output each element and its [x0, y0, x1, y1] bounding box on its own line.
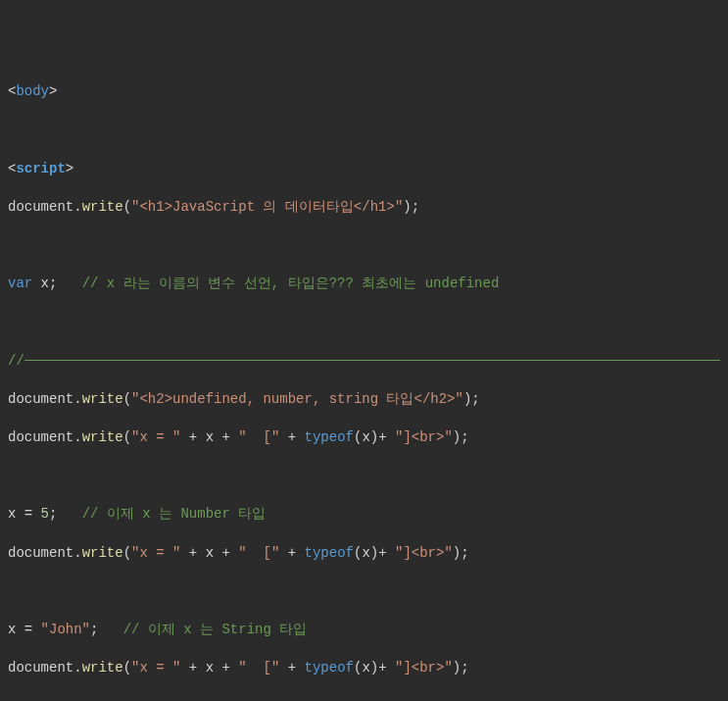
- code-line-8-divider[interactable]: //: [8, 352, 720, 372]
- code-line-13[interactable]: document.write("x = " + x + " [" + typeo…: [8, 544, 720, 564]
- ident-document: document: [8, 429, 73, 445]
- tag-body: body: [16, 83, 49, 99]
- method-write: write: [82, 199, 123, 215]
- string-bracket-close: "]<br>": [395, 429, 453, 445]
- op-plus: +: [180, 429, 205, 445]
- string-h2: "<h2>undefined, number, string 타입</h2>": [131, 391, 463, 407]
- code-line-9[interactable]: document.write("<h2>undefined, number, s…: [8, 390, 720, 410]
- op-plus: +: [279, 545, 304, 561]
- ident-document: document: [8, 660, 73, 676]
- code-line-11[interactable]: [8, 467, 720, 486]
- code-line-14[interactable]: [8, 582, 720, 602]
- ident-x: x: [206, 660, 214, 676]
- code-line-10[interactable]: document.write("x = " + x + " [" + typeo…: [8, 428, 720, 448]
- op-plus: +: [279, 429, 304, 445]
- ident-x: x: [206, 545, 214, 561]
- keyword-typeof: typeof: [305, 429, 354, 445]
- string-bracket-open: " [": [238, 660, 279, 676]
- ident-document: document: [8, 545, 73, 561]
- code-line-15[interactable]: x = "John"; // 이제 x 는 String 타입: [8, 621, 720, 640]
- code-line-5[interactable]: [8, 236, 720, 256]
- ident-document: document: [8, 391, 73, 407]
- code-line-1[interactable]: <body>: [8, 82, 720, 102]
- hr-prefix: //: [8, 353, 24, 369]
- string-john: "John": [41, 622, 90, 637]
- assign-x: x =: [8, 622, 41, 637]
- string-bracket-close: "]<br>": [395, 660, 453, 676]
- op-plus: +: [180, 545, 205, 561]
- code-line-4[interactable]: document.write("<h1>JavaScript 의 데이터타입</…: [8, 198, 720, 218]
- op-plus: +: [214, 545, 238, 561]
- keyword-var: var: [8, 275, 32, 291]
- op-plus: +: [279, 660, 304, 676]
- method-write: write: [82, 660, 123, 676]
- tag-script: script: [16, 161, 65, 176]
- keyword-typeof: typeof: [305, 545, 354, 561]
- code-line-12[interactable]: x = 5; // 이제 x 는 Number 타입: [8, 505, 720, 525]
- comment-number-type: // 이제 x 는 Number 타입: [82, 506, 267, 522]
- string-xeq: "x = ": [131, 545, 180, 561]
- string-bracket-open: " [": [238, 429, 279, 445]
- ident-x: x: [206, 429, 214, 445]
- var-x-decl: x;: [32, 275, 57, 291]
- op-plus: +: [180, 660, 205, 676]
- code-line-17[interactable]: [8, 697, 720, 701]
- method-write: write: [82, 545, 123, 561]
- comment-string-type: // 이제 x 는 String 타입: [123, 622, 308, 637]
- assign-x: x =: [8, 506, 41, 522]
- method-write: write: [82, 429, 123, 445]
- number-5: 5: [41, 506, 49, 522]
- string-bracket-open: " [": [238, 545, 279, 561]
- code-line-3[interactable]: <script>: [8, 160, 720, 179]
- code-line-2[interactable]: [8, 122, 720, 141]
- code-line-6[interactable]: var x; // x 라는 이름의 변수 선언, 타입은??? 최초에는 un…: [8, 275, 720, 294]
- ident-x: x: [362, 429, 369, 445]
- comment-var-decl: // x 라는 이름의 변수 선언, 타입은??? 최초에는 undefined: [82, 275, 500, 291]
- code-line-16[interactable]: document.write("x = " + x + " [" + typeo…: [8, 659, 720, 678]
- ident-x: x: [362, 545, 369, 561]
- ident-document: document: [8, 199, 73, 215]
- keyword-typeof: typeof: [305, 660, 354, 676]
- string-xeq: "x = ": [131, 429, 180, 445]
- string-bracket-close: "]<br>": [395, 545, 453, 561]
- string-xeq: "x = ": [131, 660, 180, 676]
- op-plus: +: [214, 429, 238, 445]
- method-write: write: [82, 391, 123, 407]
- string-h1: "<h1>JavaScript 의 데이터타입</h1>": [131, 199, 403, 215]
- divider-line-icon: [24, 360, 720, 361]
- op-plus: +: [214, 660, 238, 676]
- ident-x: x: [362, 660, 369, 676]
- code-line-7[interactable]: [8, 314, 720, 333]
